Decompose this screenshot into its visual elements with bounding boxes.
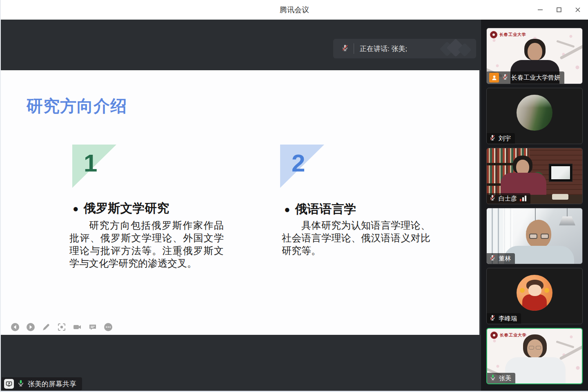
maximize-button[interactable] <box>550 0 568 20</box>
mic-active-icon <box>490 374 496 382</box>
speaking-status-text: 正在讲话: 张美; <box>360 44 441 53</box>
focus-icon[interactable] <box>57 323 66 332</box>
section-2-heading: ● 俄语语言学 <box>284 201 356 218</box>
university-seal-icon <box>490 31 497 38</box>
slide-title: 研究方向介绍 <box>27 95 127 117</box>
member-badge-icon <box>489 73 499 82</box>
participant-name: 刘宇 <box>499 135 511 143</box>
participant-tile-baishiyan[interactable]: 白士彦 <box>486 148 583 204</box>
participants-sidebar: 长春工业大学 长春工业大学曾妍 刘宇 <box>481 20 588 392</box>
mic-muted-icon <box>489 254 496 263</box>
section-1-heading: ● 俄罗斯文学研究 <box>73 200 169 217</box>
participant-namebar: 长春工业大学曾妍 <box>487 71 564 84</box>
participant-name: 长春工业大学曾妍 <box>511 74 560 82</box>
section-1-body: 研究方向包括俄罗斯作家作品批评、俄罗斯文学理论、外国文学理论与批评方法等。注重俄… <box>69 219 224 270</box>
divider <box>354 43 354 54</box>
section-2-number: 2 <box>292 151 305 176</box>
close-button[interactable] <box>568 0 587 20</box>
university-logo: 长春工业大学 <box>490 332 527 339</box>
comment-icon[interactable] <box>88 323 97 332</box>
speaking-indicator-panel: 正在讲话: 张美; <box>333 39 476 58</box>
participant-namebar: 张美 <box>487 373 515 383</box>
participant-tile-liuyu[interactable]: 刘宇 <box>486 88 583 144</box>
participant-tile-zhangmei-speaking[interactable]: 长春工业大学 张美 <box>486 328 583 384</box>
bullet-icon: ● <box>73 203 79 214</box>
participant-tile-donglin[interactable]: 董林 <box>486 208 583 264</box>
camera-icon[interactable] <box>73 323 82 332</box>
tencent-meeting-logo-watermark <box>441 40 472 58</box>
titlebar: 腾讯会议 <box>1 0 588 20</box>
avatar <box>517 95 552 131</box>
minimize-button[interactable] <box>531 0 550 20</box>
participant-name: 白士彦 <box>499 195 517 203</box>
network-signal-icon <box>520 196 526 201</box>
tencent-meeting-window: 腾讯会议 正在讲话: 张美; <box>0 0 588 392</box>
participant-namebar: 李峰瑞 <box>487 313 521 324</box>
screen-share-icon <box>4 379 14 389</box>
mic-muted-icon <box>341 44 349 53</box>
participant-namebar: 刘宇 <box>487 133 515 144</box>
participant-name: 张美 <box>499 374 511 382</box>
avatar <box>517 275 552 311</box>
participant-tile-zengyan[interactable]: 长春工业大学 长春工业大学曾妍 <box>486 28 583 84</box>
participant-name: 李峰瑞 <box>499 315 517 323</box>
university-logo: 长春工业大学 <box>490 31 526 38</box>
previous-slide-icon[interactable] <box>11 323 20 332</box>
participant-namebar: 白士彦 <box>487 193 530 204</box>
pen-icon[interactable] <box>42 323 51 332</box>
shared-screen-stage: 正在讲话: 张美; 研究方向介绍 1 ● 俄罗斯文学研究 研究方向包括俄罗斯作家… <box>1 20 482 392</box>
slideshow-toolbar <box>11 323 113 332</box>
mic-muted-icon <box>489 194 496 203</box>
participant-namebar: 董林 <box>487 253 515 264</box>
window-title: 腾讯会议 <box>1 0 588 20</box>
mic-muted-icon <box>502 74 508 82</box>
more-icon[interactable] <box>104 323 113 332</box>
university-seal-icon <box>490 332 498 339</box>
section-2-body: 具体研究为认知语言学理论、社会语言学理论、俄汉语语义对比研究等。 <box>282 219 430 257</box>
mouse-cursor <box>177 251 182 259</box>
presentation-slide: 研究方向介绍 1 ● 俄罗斯文学研究 研究方向包括俄罗斯作家作品批评、俄罗斯文学… <box>1 70 479 335</box>
next-slide-icon[interactable] <box>26 323 35 332</box>
screen-share-banner: 张美的屏幕共享 <box>2 377 82 390</box>
participant-name: 董林 <box>499 255 511 263</box>
participant-tile-lifengrui[interactable]: 李峰瑞 <box>486 268 583 324</box>
mic-muted-icon <box>489 314 496 323</box>
screen-share-label: 张美的屏幕共享 <box>28 379 76 389</box>
mic-active-icon <box>17 379 24 388</box>
bullet-icon: ● <box>284 204 290 215</box>
mic-muted-icon <box>489 134 496 143</box>
section-1-number: 1 <box>84 151 97 176</box>
